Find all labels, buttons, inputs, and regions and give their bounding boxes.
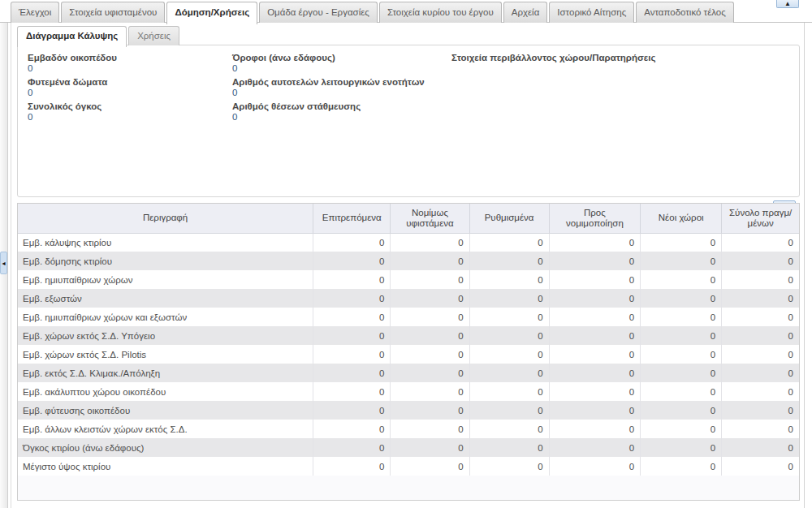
subtab-xriseis[interactable]: Χρήσεις bbox=[128, 26, 179, 45]
cell-value: 0 bbox=[391, 364, 469, 382]
cell-value: 0 bbox=[469, 438, 549, 457]
field-label: Όροφοι (άνω εδάφους) bbox=[232, 51, 450, 63]
scroll-up-icon: ▲ bbox=[777, 0, 798, 7]
cell-value: 0 bbox=[313, 420, 391, 438]
subtab-diagramma-kalypsis[interactable]: Διάγραμμα Κάλυψης bbox=[17, 26, 127, 47]
coverage-grid-panel: Περιγραφή Επιτρεπόμενα Νομίμως υφιστάμεν… bbox=[17, 203, 800, 501]
splitter-collapse-handle[interactable]: ◄ bbox=[0, 252, 7, 274]
cell-value: 0 bbox=[722, 233, 799, 252]
field-value: 0 bbox=[232, 112, 450, 124]
col-rythmismena: Ρυθμισμένα bbox=[469, 204, 549, 233]
scroll-up-button[interactable]: ▲ bbox=[776, 0, 799, 8]
table-row[interactable]: Μέγιστο ύψος κτιρίου 0 0 0 0 0 0 bbox=[18, 457, 799, 476]
cell-value: 0 bbox=[313, 345, 391, 364]
cell-value: 0 bbox=[722, 308, 799, 326]
field-value: 0 bbox=[232, 88, 450, 100]
row-label: Εμβ. εξωστών bbox=[18, 289, 313, 308]
field-label: Αριθμός θέσεων στάθμευσης bbox=[232, 100, 450, 112]
sub-tabbar: Διάγραμμα Κάλυψης Χρήσεις bbox=[17, 26, 179, 45]
cell-value: 0 bbox=[722, 270, 799, 289]
col-pros-nomimopoiisi: Προς νομιμοποίηση bbox=[549, 204, 641, 233]
left-splitter[interactable]: ◄ bbox=[0, 23, 8, 508]
table-row[interactable]: Εμβ. κάλυψης κτιρίου 0 0 0 0 0 0 bbox=[18, 233, 799, 252]
col-synolo-pragmenon: Σύνολο πραγμ/μένων bbox=[722, 204, 799, 233]
tab-antapodotiko-telos[interactable]: Ανταποδοτικό τέλος bbox=[636, 2, 734, 23]
tab-domisi-xriseis[interactable]: Δόμηση/Χρήσεις bbox=[166, 2, 257, 24]
field-label: Εμβαδόν οικοπέδου bbox=[28, 51, 231, 63]
table-row[interactable]: Εμβ. χώρων εκτός Σ.Δ. Pilotis 0 0 0 0 0 … bbox=[18, 345, 799, 364]
row-label: Εμβ. άλλων κλειστών χώρων εκτός Σ.Δ. bbox=[18, 420, 313, 438]
tab-istoriko-aitisis[interactable]: Ιστορικό Αίτησης bbox=[549, 2, 634, 23]
cell-value: 0 bbox=[313, 270, 391, 289]
cell-value: 0 bbox=[313, 233, 391, 252]
col-neoi-xoroi: Νέοι χώροι bbox=[641, 204, 722, 233]
coverage-form-grid: Εμβαδόν οικοπέδου 0 Όροφοι (άνω εδάφους)… bbox=[18, 45, 799, 130]
cell-value: 0 bbox=[641, 364, 722, 382]
table-row[interactable]: Εμβ. άλλων κλειστών χώρων εκτός Σ.Δ. 0 0… bbox=[18, 420, 799, 438]
col-epitrepomena: Επιτρεπόμενα bbox=[313, 204, 391, 233]
field-synolikos-ogkos: Συνολικός όγκος 0 bbox=[28, 100, 231, 124]
tab-omada-ergou[interactable]: Ομάδα έργου - Εργασίες bbox=[259, 2, 378, 23]
table-row[interactable]: Όγκος κτιρίου (άνω εδάφους) 0 0 0 0 0 0 bbox=[18, 438, 799, 457]
field-value: 0 bbox=[28, 88, 231, 100]
row-label: Εμβ. ακάλυπτου χώρου οικοπέδου bbox=[18, 382, 313, 401]
tab-stoixeia-yfistamenou[interactable]: Στοιχεία υφισταμένου bbox=[61, 2, 165, 23]
cell-value: 0 bbox=[722, 252, 799, 270]
cell-value: 0 bbox=[391, 270, 469, 289]
cell-value: 0 bbox=[722, 345, 799, 364]
row-label: Εμβ. εκτός Σ.Δ. Κλιμακ./Απόληξη bbox=[18, 364, 313, 382]
table-row[interactable]: Εμβ. ακάλυπτου χώρου οικοπέδου 0 0 0 0 0… bbox=[18, 382, 799, 401]
coverage-table: Περιγραφή Επιτρεπόμενα Νομίμως υφιστάμεν… bbox=[18, 204, 799, 476]
row-label: Εμβ. χώρων εκτός Σ.Δ. Pilotis bbox=[18, 345, 313, 364]
field-value: 0 bbox=[28, 63, 231, 75]
cell-value: 0 bbox=[313, 401, 391, 420]
cell-value: 0 bbox=[549, 457, 641, 476]
cell-value: 0 bbox=[391, 326, 469, 345]
cell-value: 0 bbox=[722, 382, 799, 401]
table-row[interactable]: Εμβ. δόμησης κτιρίου 0 0 0 0 0 0 bbox=[18, 252, 799, 270]
table-row[interactable]: Εμβ. ημιυπαίθριων χώρων και εξωστών 0 0 … bbox=[18, 308, 799, 326]
table-row[interactable]: Εμβ. χώρων εκτός Σ.Δ. Υπόγειο 0 0 0 0 0 … bbox=[18, 326, 799, 345]
cell-value: 0 bbox=[391, 233, 469, 252]
cell-value: 0 bbox=[722, 420, 799, 438]
cell-value: 0 bbox=[722, 457, 799, 476]
field-value: 0 bbox=[232, 63, 450, 75]
cell-value: 0 bbox=[722, 289, 799, 308]
cell-value: 0 bbox=[641, 457, 722, 476]
row-label: Μέγιστο ύψος κτιρίου bbox=[18, 457, 313, 476]
cell-value: 0 bbox=[313, 308, 391, 326]
cell-value: 0 bbox=[391, 289, 469, 308]
cell-value: 0 bbox=[391, 345, 469, 364]
cell-value: 0 bbox=[722, 326, 799, 345]
field-arithmos-enotiton: Αριθμός αυτοτελών λειτουργικών ενοτήτων … bbox=[232, 75, 450, 100]
tab-elegxoi[interactable]: Έλεγχοι bbox=[11, 2, 59, 23]
field-label: Στοιχεία περιβάλλοντος χώρου/Παρατηρήσει… bbox=[451, 51, 789, 63]
tab-stoixeia-kyriou-ergou[interactable]: Στοιχεία κυρίου του έργου bbox=[379, 2, 502, 23]
field-stoixeia-perivallontos: Στοιχεία περιβάλλοντος χώρου/Παρατηρήσει… bbox=[451, 51, 789, 75]
cell-value: 0 bbox=[549, 289, 641, 308]
cell-value: 0 bbox=[641, 382, 722, 401]
table-header-row: Περιγραφή Επιτρεπόμενα Νομίμως υφιστάμεν… bbox=[18, 204, 799, 233]
cell-value: 0 bbox=[391, 420, 469, 438]
cell-value: 0 bbox=[469, 382, 549, 401]
cell-value: 0 bbox=[549, 326, 641, 345]
cell-value: 0 bbox=[469, 289, 549, 308]
cell-value: 0 bbox=[641, 345, 722, 364]
table-row[interactable]: Εμβ. εξωστών 0 0 0 0 0 0 bbox=[18, 289, 799, 308]
tab-arxeia[interactable]: Αρχεία bbox=[503, 2, 548, 23]
cell-value: 0 bbox=[549, 401, 641, 420]
cell-value: 0 bbox=[391, 252, 469, 270]
cell-value: 0 bbox=[641, 326, 722, 345]
cell-value: 0 bbox=[391, 457, 469, 476]
table-row[interactable]: Εμβ. εκτός Σ.Δ. Κλιμακ./Απόληξη 0 0 0 0 … bbox=[18, 364, 799, 382]
cell-value: 0 bbox=[641, 252, 722, 270]
table-row[interactable]: Εμβ. ημιυπαίθριων χώρων 0 0 0 0 0 0 bbox=[18, 270, 799, 289]
table-row[interactable]: Εμβ. φύτευσης οικοπέδου 0 0 0 0 0 0 bbox=[18, 401, 799, 420]
row-label: Εμβ. χώρων εκτός Σ.Δ. Υπόγειο bbox=[18, 326, 313, 345]
coverage-form-panel: Εμβαδόν οικοπέδου 0 Όροφοι (άνω εδάφους)… bbox=[17, 45, 800, 197]
cell-value: 0 bbox=[391, 438, 469, 457]
field-label: Αριθμός αυτοτελών λειτουργικών ενοτήτων bbox=[232, 75, 450, 88]
cell-value: 0 bbox=[549, 364, 641, 382]
main-tabbar: Έλεγχοι Στοιχεία υφισταμένου Δόμηση/Χρήσ… bbox=[11, 2, 734, 23]
cell-value: 0 bbox=[722, 438, 799, 457]
